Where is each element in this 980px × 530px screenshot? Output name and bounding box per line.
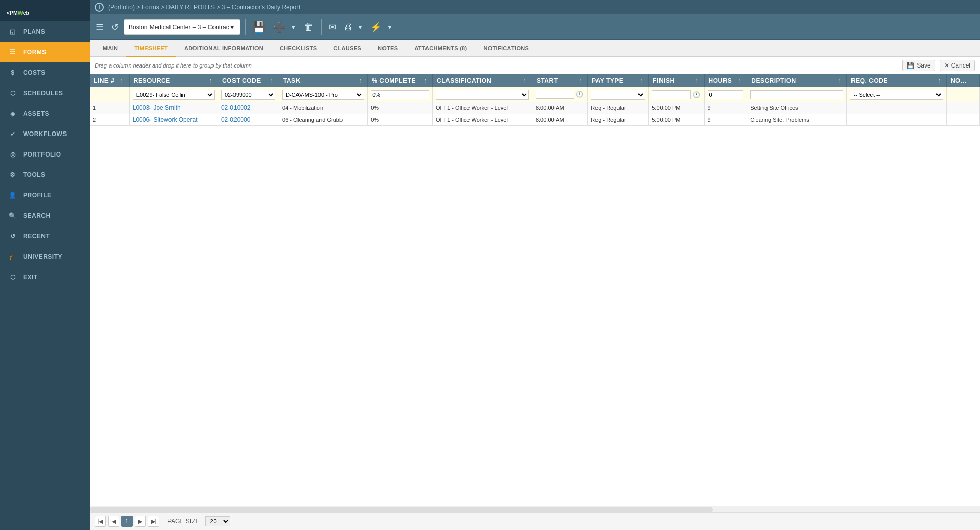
cell-cost-code-link[interactable]: 02-010002 <box>221 104 250 112</box>
cost-code-select[interactable]: 02-099000 <box>221 90 275 100</box>
cell-cost-code[interactable]: 02-010002 <box>218 102 279 114</box>
menu-button[interactable]: ☰ <box>94 19 106 35</box>
req-code-select[interactable]: -- Select -- <box>850 90 943 100</box>
edit-cell-cost-code[interactable]: 02-099000 <box>218 87 279 102</box>
edit-cell-task[interactable]: D-CAV-MS-100 - Pro <box>279 87 368 102</box>
sort-icon-classification[interactable]: ⋮ <box>522 78 528 84</box>
breadcrumb: (Portfolio) > Forms > DAILY REPORTS > 3 … <box>108 4 300 11</box>
hours-input[interactable] <box>708 90 744 99</box>
cell-cost-code-link[interactable]: 02-020000 <box>221 116 250 123</box>
edit-cell-req-code[interactable]: -- Select -- <box>847 87 947 102</box>
exit-icon: ⬡ <box>8 272 18 282</box>
current-page-button[interactable]: 1 <box>121 516 133 527</box>
info-icon[interactable]: i <box>95 3 104 12</box>
last-page-button[interactable]: ▶| <box>148 516 159 527</box>
sort-icon-cost-code[interactable]: ⋮ <box>269 78 275 84</box>
save-button[interactable]: 💾 <box>251 19 268 35</box>
tab-main[interactable]: MAIN <box>95 40 126 57</box>
add-dropdown-button[interactable]: ▼ <box>289 22 299 32</box>
sidebar-item-costs[interactable]: $ COSTS <box>0 62 90 83</box>
task-select[interactable]: D-CAV-MS-100 - Pro <box>282 90 364 100</box>
prev-page-button[interactable]: ◀ <box>108 516 119 527</box>
pay-type-select[interactable] <box>591 90 646 100</box>
finish-input[interactable] <box>652 90 691 99</box>
sort-icon-hours[interactable]: ⋮ <box>737 78 743 84</box>
tab-timesheet[interactable]: TIMESHEET <box>126 40 176 57</box>
tab-notifications[interactable]: NOTIFICATIONS <box>476 40 538 57</box>
sidebar-item-recent[interactable]: ↺ RECENT <box>0 226 90 247</box>
first-page-button[interactable]: |◀ <box>95 516 106 527</box>
edit-cell-description[interactable] <box>747 87 847 102</box>
cancel-row-button[interactable]: ✕ Cancel <box>940 60 975 71</box>
cell-pay-type: Reg - Regular <box>588 114 649 126</box>
classification-select[interactable] <box>436 90 529 100</box>
delete-button[interactable]: 🗑 <box>302 19 316 35</box>
sort-icon-pay-type[interactable]: ⋮ <box>639 78 645 84</box>
print-button[interactable]: 🖨 <box>342 19 355 34</box>
description-input[interactable] <box>750 90 843 99</box>
sidebar-item-profile[interactable]: 👤 PROFILE <box>0 185 90 206</box>
print-dropdown-button[interactable]: ▼ <box>356 22 366 32</box>
email-button[interactable]: ✉ <box>327 19 338 35</box>
edit-cell-finish[interactable]: 🕐 <box>649 87 704 102</box>
breadcrumb-portfolio[interactable]: (Portfolio) <box>108 4 135 11</box>
flash-dropdown-button[interactable]: ▼ <box>385 22 394 32</box>
project-dropdown[interactable]: Boston Medical Center – 3 – Contrac ▼ <box>124 19 240 35</box>
tab-additional[interactable]: ADDITIONAL INFORMATION <box>176 40 271 57</box>
cell-line: 2 <box>90 114 129 126</box>
edit-cell-classification[interactable] <box>433 87 532 102</box>
sidebar-item-tools[interactable]: ⚙ TOOLS <box>0 165 90 185</box>
forms-icon: ☰ <box>8 47 18 57</box>
sidebar-item-assets[interactable]: ◈ ASSETS <box>0 103 90 124</box>
sort-icon-line[interactable]: ⋮ <box>119 78 125 84</box>
start-input[interactable] <box>536 90 574 99</box>
tab-attachments[interactable]: ATTACHMENTS (8) <box>406 40 475 57</box>
edit-cell-start[interactable]: 🕐 <box>532 87 588 101</box>
sidebar-item-plans[interactable]: ◱ PLANS <box>0 21 90 42</box>
tab-checklists[interactable]: CHECKLISTS <box>271 40 325 57</box>
edit-cell-notes <box>946 87 979 102</box>
sidebar-item-portfolio[interactable]: ◎ PORTFOLIO <box>0 144 90 165</box>
sort-icon-complete[interactable]: ⋮ <box>423 78 429 84</box>
save-row-button[interactable]: 💾 Save <box>902 60 935 71</box>
assets-icon: ◈ <box>8 108 18 119</box>
add-button[interactable]: ➕ <box>271 19 288 35</box>
workflows-icon: ✓ <box>8 129 18 139</box>
edit-cell-complete[interactable] <box>368 87 433 102</box>
separator-1 <box>245 19 246 35</box>
next-page-button[interactable]: ▶ <box>135 516 146 527</box>
edit-cell-resource[interactable]: E0029- False Ceilin <box>129 87 218 102</box>
col-header-start: START ⋮ <box>532 74 587 87</box>
sidebar-item-workflows[interactable]: ✓ WORKFLOWS <box>0 124 90 144</box>
resource-select[interactable]: E0029- False Ceilin <box>133 90 215 100</box>
sort-icon-task[interactable]: ⋮ <box>358 78 364 84</box>
complete-input[interactable] <box>371 90 429 99</box>
edit-cell-hours[interactable] <box>704 87 747 102</box>
cell-resource: L0003- Joe Smith <box>129 102 218 114</box>
sort-icon-resource[interactable]: ⋮ <box>208 78 214 84</box>
page-size-select[interactable]: 20 50 100 <box>205 516 230 526</box>
flash-button[interactable]: ⚡ <box>368 19 384 35</box>
cell-line: 1 <box>90 102 129 114</box>
tab-notes[interactable]: NOTES <box>370 40 406 57</box>
tab-clauses[interactable]: CLAUSES <box>325 40 370 57</box>
sort-icon-finish[interactable]: ⋮ <box>694 78 700 84</box>
cell-resource-link[interactable]: L0003- Joe Smith <box>133 104 181 112</box>
sidebar-item-forms[interactable]: ☰ FORMS <box>0 42 90 62</box>
sort-icon-req-code[interactable]: ⋮ <box>936 78 942 84</box>
cell-finish: 5:00:00 PM <box>649 114 704 126</box>
svg-text:<PMWeb: <PMWeb <box>7 10 30 16</box>
sidebar-item-exit[interactable]: ⬡ EXIT <box>0 267 90 288</box>
sidebar-item-search[interactable]: 🔍 SEARCH <box>0 206 90 226</box>
table-edit-row: E0029- False Ceilin 02-099000 D-CAV-MS-1… <box>90 87 980 102</box>
sidebar-item-university[interactable]: 🎓 UNIVERSITY <box>0 247 90 267</box>
col-header-hours: HOURS ⋮ <box>704 74 747 87</box>
sidebar-item-schedules[interactable]: ⬡ SCHEDULES <box>0 83 90 103</box>
undo-button[interactable]: ↺ <box>109 19 121 35</box>
sort-icon-description[interactable]: ⋮ <box>837 78 843 84</box>
cell-cost-code[interactable]: 02-020000 <box>218 114 279 126</box>
cell-resource-link[interactable]: L0006- Sitework Operat <box>133 116 198 123</box>
edit-cell-pay-type[interactable] <box>588 87 649 102</box>
cell-complete: 0% <box>368 102 433 114</box>
sort-icon-start[interactable]: ⋮ <box>578 78 584 84</box>
